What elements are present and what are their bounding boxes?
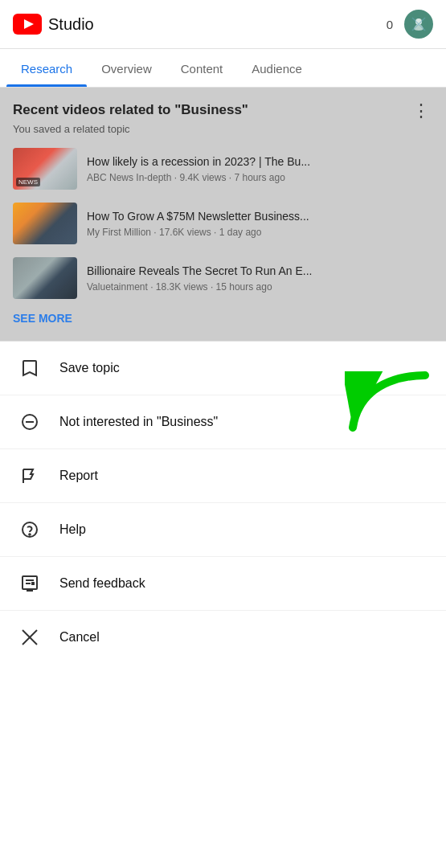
see-more-button[interactable]: SEE MORE bbox=[13, 312, 433, 325]
section-header: Recent videos related to "Business" ⋮ bbox=[13, 102, 433, 120]
video-info-2: How To Grow A $75M Newsletter Business..… bbox=[87, 209, 433, 237]
thumb-label-1: NEWS bbox=[16, 178, 40, 186]
more-options-icon[interactable]: ⋮ bbox=[409, 102, 433, 120]
app-header: Studio 0 bbox=[0, 0, 446, 49]
save-topic-item[interactable]: Save topic bbox=[0, 342, 446, 395]
svg-point-8 bbox=[29, 534, 31, 535]
x-icon bbox=[19, 627, 40, 648]
video-title-2: How To Grow A $75M Newsletter Business..… bbox=[87, 209, 433, 223]
cancel-item[interactable]: Cancel bbox=[0, 611, 446, 664]
notification-count[interactable]: 0 bbox=[387, 18, 393, 31]
tab-content[interactable]: Content bbox=[166, 49, 238, 87]
report-item[interactable]: Report bbox=[0, 449, 446, 503]
save-topic-label: Save topic bbox=[59, 361, 120, 375]
video-thumbnail-3 bbox=[13, 257, 77, 299]
bookmark-icon bbox=[19, 358, 40, 379]
video-item[interactable]: Billionaire Reveals The Secret To Run An… bbox=[13, 257, 433, 299]
video-meta-3: Valuetainment · 18.3K views · 15 hours a… bbox=[87, 281, 433, 293]
help-item[interactable]: Help bbox=[0, 503, 446, 557]
video-item[interactable]: How To Grow A $75M Newsletter Business..… bbox=[13, 203, 433, 244]
video-meta-1: ABC News In-depth · 9.4K views · 7 hours… bbox=[87, 172, 433, 183]
video-thumbnail-2 bbox=[13, 203, 77, 244]
send-feedback-item[interactable]: Send feedback bbox=[0, 557, 446, 611]
minus-circle-icon bbox=[19, 411, 40, 432]
section-title: Recent videos related to "Business" bbox=[13, 102, 409, 118]
logo-area: Studio bbox=[13, 14, 94, 35]
feedback-icon bbox=[19, 573, 40, 594]
tab-audience[interactable]: Audience bbox=[237, 49, 317, 87]
tab-overview[interactable]: Overview bbox=[87, 49, 166, 87]
avatar[interactable] bbox=[404, 10, 433, 39]
video-info-1: How likely is a recession in 2023? | The… bbox=[87, 154, 433, 182]
help-circle-icon bbox=[19, 519, 40, 540]
video-info-3: Billionaire Reveals The Secret To Run An… bbox=[87, 264, 433, 292]
report-label: Report bbox=[59, 469, 98, 483]
video-title-1: How likely is a recession in 2023? | The… bbox=[87, 154, 433, 169]
main-content-area: Recent videos related to "Business" ⋮ Yo… bbox=[0, 88, 446, 341]
help-label: Help bbox=[59, 522, 86, 537]
video-thumbnail-1: NEWS bbox=[13, 148, 77, 190]
video-meta-2: My First Million · 17.6K views · 1 day a… bbox=[87, 227, 433, 238]
video-title-3: Billionaire Reveals The Secret To Run An… bbox=[87, 264, 433, 278]
tab-bar: Research Overview Content Audience bbox=[0, 49, 446, 88]
bottom-sheet: Save topic Not interested in "Business" bbox=[0, 341, 446, 664]
app-title: Studio bbox=[48, 15, 94, 34]
cancel-label: Cancel bbox=[59, 630, 100, 645]
tab-research[interactable]: Research bbox=[6, 49, 87, 87]
header-actions: 0 bbox=[387, 10, 433, 39]
video-item[interactable]: NEWS How likely is a recession in 2023? … bbox=[13, 148, 433, 190]
not-interested-item[interactable]: Not interested in "Business" bbox=[0, 395, 446, 449]
youtube-logo bbox=[13, 14, 42, 35]
section-subtitle: You saved a related topic bbox=[13, 123, 433, 135]
send-feedback-label: Send feedback bbox=[59, 576, 145, 591]
flag-icon bbox=[19, 465, 40, 486]
not-interested-label: Not interested in "Business" bbox=[59, 415, 218, 429]
svg-rect-14 bbox=[31, 582, 35, 585]
